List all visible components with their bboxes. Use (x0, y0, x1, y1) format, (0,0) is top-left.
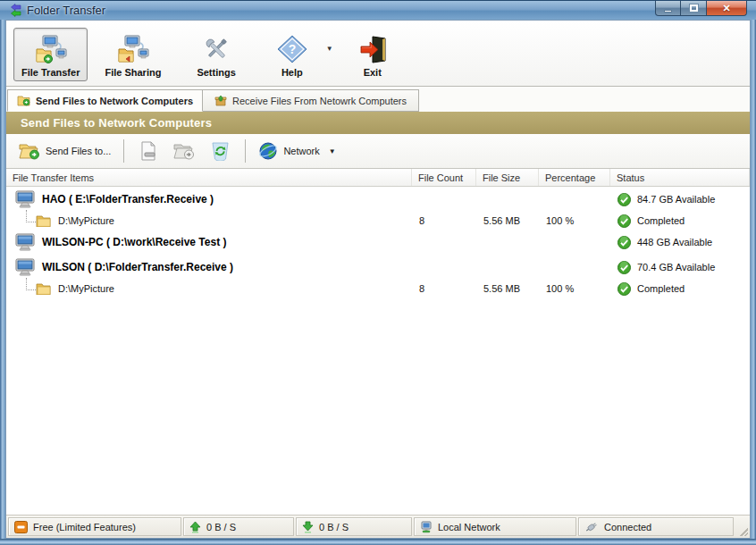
local-network-icon (420, 521, 433, 533)
resize-grip[interactable] (735, 517, 748, 536)
plug-connected-icon (584, 521, 599, 533)
settings-label: Settings (197, 67, 235, 78)
resize-grip-dots (740, 528, 748, 536)
window-title: Folder Transfer (27, 4, 105, 17)
file-transfer-button[interactable]: File Transfer (13, 28, 88, 81)
toolbar-separator (245, 139, 246, 163)
file-sharing-icon (117, 35, 149, 64)
network-type-text: Local Network (438, 522, 500, 532)
remove-item-button[interactable] (131, 138, 165, 164)
folder-arrow-icon (173, 142, 195, 160)
window-border-right (751, 20, 756, 545)
settings-tools-icon (201, 35, 231, 64)
help-diamond-icon: ? (277, 35, 307, 64)
table-row-folder[interactable]: D:\MyPicture 8 5.56 MB 100 % Completed (6, 278, 750, 299)
file-size-cell: 5.56 MB (476, 215, 539, 226)
connection-status-segment: Connected (578, 517, 734, 536)
minimize-button[interactable] (655, 1, 681, 16)
check-icon (617, 282, 631, 296)
send-files-to-button[interactable]: Send Files to... (13, 138, 116, 164)
file-transfer-list: HAO ( E:\FolderTransfer.Receive ) 84.7 G… (6, 187, 750, 515)
file-sharing-button[interactable]: File Sharing (97, 28, 169, 81)
computer-icon (15, 190, 35, 208)
check-icon (617, 214, 631, 228)
open-folder-button[interactable] (165, 138, 203, 164)
folder-path: D:\MyPicture (58, 283, 114, 294)
percentage-cell: 100 % (539, 215, 610, 226)
column-header-file-size[interactable]: File Size (476, 169, 539, 186)
window-border-bottom (0, 539, 756, 545)
column-header-percentage[interactable]: Percentage (539, 169, 610, 186)
list-header: File Transfer Items File Count File Size… (6, 169, 750, 187)
file-sharing-label: File Sharing (105, 67, 161, 78)
exit-door-icon (357, 35, 388, 64)
close-button[interactable]: ✕ (706, 1, 747, 16)
check-icon (617, 261, 631, 274)
percentage-cell: 100 % (539, 283, 610, 294)
network-caret-icon: ▼ (329, 147, 336, 155)
help-button[interactable]: ? Help (269, 28, 315, 81)
network-globe-icon (258, 141, 278, 161)
svg-text:?: ? (289, 42, 297, 56)
license-status-segment: Free (Limited Features) (8, 517, 181, 536)
maximize-icon (690, 4, 698, 12)
maximize-button[interactable] (681, 1, 706, 16)
sub-toolbar: Send Files to... (6, 134, 750, 169)
window-controls: ✕ (655, 1, 747, 16)
section-header: Send Files to Network Computers (6, 112, 750, 134)
download-arrow-icon (302, 521, 314, 533)
receive-box-icon (214, 95, 227, 106)
computer-name: HAO ( E:\FolderTransfer.Receive ) (42, 193, 214, 205)
document-minus-icon (139, 141, 157, 161)
send-files-to-label: Send Files to... (46, 146, 111, 156)
computer-name: WILSON-PC ( D:\work\Receive Test ) (42, 236, 226, 248)
titlebar[interactable]: Folder Transfer ✕ (0, 0, 756, 20)
status-text: Completed (637, 215, 685, 226)
upload-speed-text: 0 B / S (206, 522, 236, 532)
table-row-computer-wilson-pc[interactable]: WILSON-PC ( D:\work\Receive Test ) 448 G… (6, 231, 750, 253)
tab-receive-files[interactable]: Receive Files From Netowrk Computers (203, 89, 419, 112)
toolbar-separator (123, 139, 124, 163)
refresh-button[interactable] (203, 138, 238, 164)
app-window: Folder Transfer ✕ (0, 0, 756, 545)
column-header-status[interactable]: Status (610, 169, 750, 186)
table-row-computer-wilson[interactable]: WILSON ( D:\FolderTransfer.Receive ) 70.… (6, 256, 750, 278)
file-count-cell: 8 (412, 283, 476, 294)
license-icon (14, 521, 28, 533)
send-folder-icon (17, 95, 30, 106)
computer-icon (15, 258, 35, 276)
computer-name: WILSON ( D:\FolderTransfer.Receive ) (42, 261, 233, 273)
network-type-segment: Local Network (414, 517, 576, 536)
column-header-items[interactable]: File Transfer Items (6, 169, 412, 186)
settings-button[interactable]: Settings (189, 28, 243, 81)
main-toolbar: File Transfer File Sharing (6, 21, 750, 87)
computer-icon (15, 233, 35, 251)
tree-connector (26, 210, 36, 222)
tab-send-files[interactable]: Send Files to Network Computers (7, 89, 203, 112)
download-speed-text: 0 B / S (319, 522, 349, 532)
help-dropdown-caret-icon[interactable]: ▼ (326, 45, 333, 53)
folder-path: D:\MyPicture (58, 215, 114, 226)
minimize-icon (664, 10, 672, 13)
section-header-title: Send Files to Network Computers (21, 116, 212, 130)
folder-icon (36, 214, 51, 227)
exit-button[interactable]: Exit (349, 28, 396, 81)
file-size-cell: 5.56 MB (476, 283, 539, 294)
check-icon (617, 193, 631, 206)
network-dropdown-button[interactable]: Network ▼ (253, 138, 340, 164)
table-row-computer-hao[interactable]: HAO ( E:\FolderTransfer.Receive ) 84.7 G… (6, 189, 750, 210)
connection-status-text: Connected (604, 522, 651, 532)
file-transfer-icon (35, 35, 67, 64)
status-text: 448 GB Available (637, 237, 712, 247)
window-content: File Transfer File Sharing (5, 20, 751, 539)
table-row-folder[interactable]: D:\MyPicture 8 5.56 MB 100 % Completed (6, 210, 750, 231)
column-header-file-count[interactable]: File Count (412, 169, 476, 186)
status-text: Completed (637, 283, 685, 294)
tab-bar: Send Files to Network Computers Receive … (6, 87, 750, 112)
upload-arrow-icon (189, 521, 201, 533)
status-text: 84.7 GB Available (637, 194, 715, 205)
file-transfer-label: File Transfer (21, 67, 80, 78)
tab-send-label: Send Files to Network Computers (36, 96, 193, 106)
refresh-icon (211, 141, 230, 161)
send-files-folder-icon (19, 142, 40, 160)
